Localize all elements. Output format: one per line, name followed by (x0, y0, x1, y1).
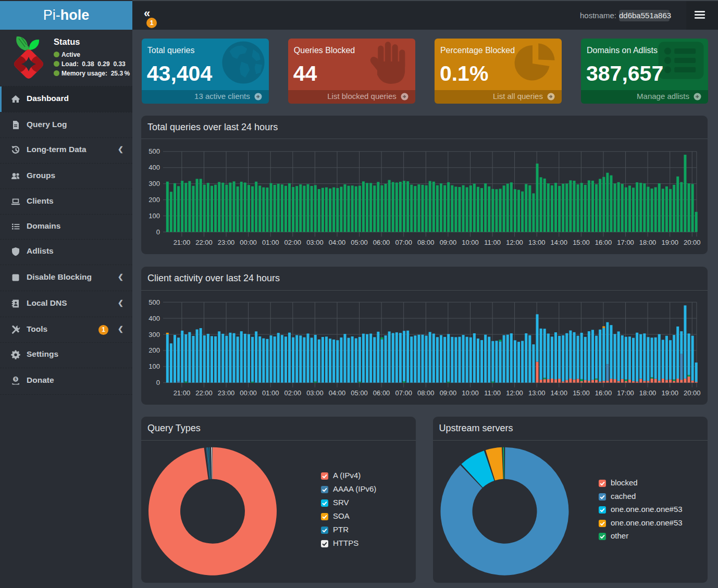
svg-text:07:00: 07:00 (395, 238, 412, 246)
svg-text:02:00: 02:00 (284, 238, 302, 246)
svg-text:17:00: 17:00 (617, 238, 634, 246)
svg-text:08:00: 08:00 (417, 389, 435, 397)
svg-text:300: 300 (148, 180, 160, 187)
svg-text:20:00: 20:00 (684, 238, 701, 246)
svg-text:11:00: 11:00 (484, 389, 501, 397)
svg-text:500: 500 (148, 147, 160, 155)
svg-text:21:00: 21:00 (174, 389, 191, 397)
svg-text:10:00: 10:00 (462, 238, 479, 246)
svg-text:07:00: 07:00 (395, 389, 412, 397)
svg-text:00:00: 00:00 (240, 238, 257, 246)
svg-text:400: 400 (148, 315, 160, 322)
svg-text:17:00: 17:00 (617, 389, 634, 397)
svg-text:05:00: 05:00 (351, 238, 368, 246)
svg-text:19:00: 19:00 (661, 389, 678, 397)
svg-text:01:00: 01:00 (262, 389, 279, 397)
svg-text:200: 200 (148, 347, 160, 355)
svg-text:20:00: 20:00 (684, 389, 701, 397)
svg-text:100: 100 (148, 212, 160, 220)
svg-text:18:00: 18:00 (639, 238, 657, 246)
svg-text:200: 200 (148, 196, 160, 204)
svg-text:19:00: 19:00 (661, 238, 678, 246)
svg-text:03:00: 03:00 (306, 389, 324, 397)
svg-text:16:00: 16:00 (595, 238, 612, 246)
svg-text:09:00: 09:00 (440, 238, 457, 246)
svg-text:11:00: 11:00 (484, 238, 501, 246)
svg-text:08:00: 08:00 (417, 238, 435, 246)
svg-text:23:00: 23:00 (218, 238, 235, 246)
svg-text:0: 0 (156, 379, 160, 386)
svg-text:13:00: 13:00 (528, 389, 546, 397)
svg-text:02:00: 02:00 (284, 389, 302, 397)
svg-text:400: 400 (148, 164, 160, 171)
svg-text:15:00: 15:00 (573, 389, 590, 397)
svg-text:12:00: 12:00 (506, 389, 523, 397)
svg-text:22:00: 22:00 (195, 238, 213, 246)
svg-text:0: 0 (156, 228, 160, 235)
svg-text:14:00: 14:00 (551, 238, 568, 246)
svg-text:14:00: 14:00 (551, 389, 568, 397)
svg-text:03:00: 03:00 (306, 238, 324, 246)
svg-text:09:00: 09:00 (440, 389, 457, 397)
svg-text:13:00: 13:00 (528, 238, 546, 246)
svg-text:00:00: 00:00 (240, 389, 257, 397)
svg-text:06:00: 06:00 (373, 389, 390, 397)
svg-text:10:00: 10:00 (462, 389, 479, 397)
svg-text:100: 100 (148, 363, 160, 371)
svg-text:16:00: 16:00 (595, 389, 612, 397)
svg-text:21:00: 21:00 (174, 238, 191, 246)
svg-text:01:00: 01:00 (262, 238, 279, 246)
svg-text:500: 500 (148, 298, 160, 306)
svg-text:22:00: 22:00 (195, 389, 213, 397)
svg-text:300: 300 (148, 331, 160, 339)
svg-text:04:00: 04:00 (329, 238, 346, 246)
svg-text:12:00: 12:00 (506, 238, 523, 246)
svg-text:05:00: 05:00 (351, 389, 368, 397)
svg-text:04:00: 04:00 (329, 389, 346, 397)
svg-text:06:00: 06:00 (373, 238, 390, 246)
svg-text:23:00: 23:00 (218, 389, 235, 397)
svg-text:15:00: 15:00 (573, 238, 590, 246)
svg-text:18:00: 18:00 (639, 389, 657, 397)
